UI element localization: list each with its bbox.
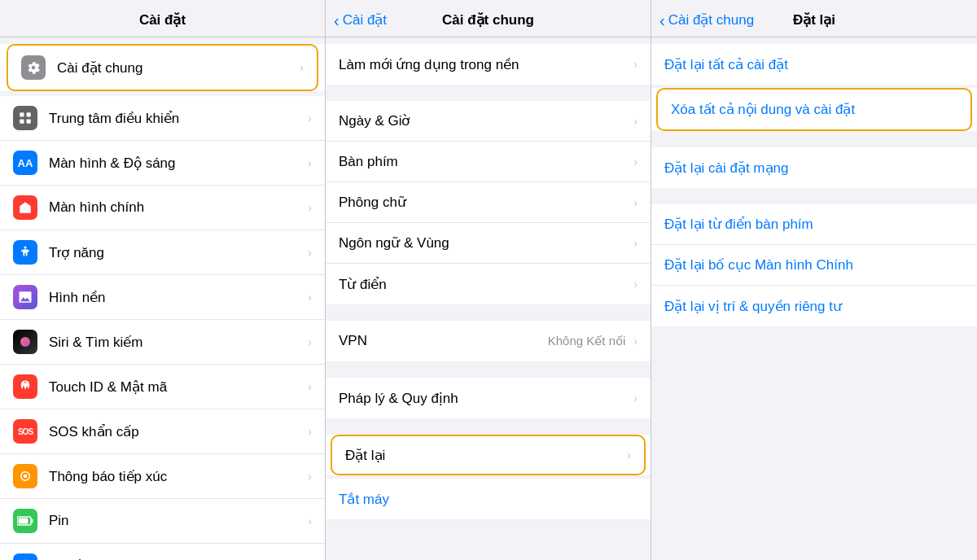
- tu-dien-label: Từ điển: [339, 276, 630, 293]
- notification-label: Thông báo tiếp xúc: [49, 468, 304, 485]
- svg-point-8: [24, 475, 28, 479]
- sidebar-item-privacy[interactable]: Quyền riêng tư ›: [0, 544, 325, 560]
- svg-point-4: [24, 247, 27, 249]
- phong-chu-item[interactable]: Phông chữ ›: [326, 182, 651, 223]
- ngon-ngu-item[interactable]: Ngôn ngữ & Vùng ›: [326, 223, 651, 264]
- wallpaper-icon: [13, 285, 37, 309]
- xoa-tat-ca-label: Xóa tất cả nội dung và cài đặt: [671, 101, 957, 118]
- touchid-chevron: ›: [308, 380, 312, 393]
- svg-point-6: [20, 337, 30, 347]
- tat-may-label: Tắt máy: [339, 491, 637, 508]
- right-back-button[interactable]: ‹ Cài đặt chung: [659, 11, 754, 28]
- battery-icon: [13, 509, 37, 533]
- back-chevron-icon: ‹: [334, 12, 340, 28]
- notification-chevron: ›: [308, 470, 312, 483]
- vpn-label: VPN: [339, 333, 548, 349]
- home-icon: [13, 195, 37, 220]
- xoa-tat-ca-item[interactable]: Xóa tất cả nội dung và cài đặt: [656, 88, 972, 131]
- right-group2: Xóa tất cả nội dung và cài đặt: [651, 88, 977, 131]
- battery-chevron: ›: [308, 514, 312, 527]
- phong-chu-chevron: ›: [633, 196, 637, 209]
- middle-back-button[interactable]: ‹ Cài đặt: [334, 11, 387, 28]
- right-back-label: Cài đặt chung: [668, 11, 754, 28]
- general-item-wrapper: Cài đặt chung ›: [0, 44, 325, 91]
- lam-moi-chevron: ›: [633, 58, 637, 71]
- notification-icon: [13, 464, 37, 488]
- right-panel-header: ‹ Cài đặt chung Đặt lại: [651, 0, 977, 37]
- touchid-label: Touch ID & Mật mã: [49, 378, 304, 396]
- dat-lai-vi-tri-item[interactable]: Đặt lại vị trí & quyền riêng tư: [651, 286, 977, 326]
- right-group1: Đặt lại tất cả cài đặt: [651, 44, 977, 85]
- sidebar-item-sos[interactable]: SOS SOS khẩn cấp ›: [0, 409, 325, 454]
- sidebar-item-touchid[interactable]: Touch ID & Mật mã ›: [0, 365, 325, 409]
- left-panel: Cài đặt Cài đặt chung ›: [0, 0, 326, 560]
- phap-ly-chevron: ›: [633, 392, 637, 405]
- middle-panel-header: ‹ Cài đặt Cài đặt chung: [326, 0, 651, 37]
- sidebar-item-control[interactable]: Trung tâm điều khiển ›: [0, 96, 325, 141]
- middle-back-label: Cài đặt: [343, 11, 387, 28]
- gear-icon: [21, 55, 46, 80]
- middle-group2: Ngày & Giờ › Bàn phím › Phông chữ › Ngôn…: [326, 101, 651, 304]
- phap-ly-item[interactable]: Pháp lý & Quy định ›: [326, 378, 651, 418]
- svg-rect-0: [20, 112, 24, 116]
- middle-vpn-group: VPN Không Kết nối ›: [326, 321, 651, 361]
- lam-moi-item[interactable]: Làm mới ứng dụng trong nền ›: [326, 44, 651, 85]
- sos-icon: SOS: [13, 419, 37, 444]
- vpn-item[interactable]: VPN Không Kết nối ›: [326, 321, 651, 361]
- display-chevron: ›: [308, 156, 312, 169]
- right-group3: Đặt lại cài đặt mạng: [651, 147, 977, 188]
- svg-rect-1: [27, 112, 31, 116]
- control-label: Trung tâm điều khiển: [49, 110, 304, 127]
- sidebar-item-wallpaper[interactable]: Hình nền ›: [0, 275, 325, 320]
- ngay-gio-item[interactable]: Ngày & Giờ ›: [326, 101, 651, 142]
- ban-phim-label: Bàn phím: [339, 154, 630, 170]
- ngay-gio-chevron: ›: [633, 115, 637, 128]
- display-icon: AA: [13, 151, 37, 175]
- sos-chevron: ›: [308, 425, 312, 438]
- ban-phim-chevron: ›: [633, 155, 637, 168]
- general-chevron: ›: [300, 61, 304, 74]
- tu-dien-item[interactable]: Từ điển ›: [326, 264, 651, 304]
- dat-lai-item[interactable]: Đặt lại ›: [331, 435, 646, 475]
- sidebar-item-battery[interactable]: Pin ›: [0, 499, 325, 544]
- sidebar-item-home[interactable]: Màn hình chính ›: [0, 186, 325, 230]
- middle-phap-ly-group: Pháp lý & Quy định ›: [326, 378, 651, 418]
- ban-phim-item[interactable]: Bàn phím ›: [326, 142, 651, 182]
- dat-lai-bo-cuc-item[interactable]: Đặt lại bố cục Màn hình Chính: [651, 245, 977, 286]
- siri-chevron: ›: [308, 335, 312, 348]
- middle-group1: Làm mới ứng dụng trong nền ›: [326, 44, 651, 85]
- dat-lai-bo-cuc-label: Đặt lại bố cục Màn hình Chính: [664, 256, 964, 273]
- dat-lai-chevron: ›: [627, 448, 631, 462]
- sidebar-item-display[interactable]: AA Màn hình & Độ sáng ›: [0, 141, 325, 186]
- dat-lai-tat-ca-label: Đặt lại tất cả cài đặt: [664, 56, 964, 73]
- ngon-ngu-label: Ngôn ngữ & Vùng: [339, 234, 630, 252]
- control-chevron: ›: [308, 112, 312, 125]
- svg-rect-3: [27, 120, 31, 124]
- left-panel-title: Cài đặt: [139, 11, 186, 28]
- dat-lai-tat-ca-item[interactable]: Đặt lại tất cả cài đặt: [651, 44, 977, 85]
- phap-ly-label: Pháp lý & Quy định: [339, 390, 630, 407]
- wallpaper-label: Hình nền: [49, 289, 304, 306]
- dat-lai-tu-dien-item[interactable]: Đặt lại từ điển bàn phím: [651, 204, 977, 245]
- control-icon: [13, 106, 37, 130]
- sos-label: SOS khẩn cấp: [49, 423, 304, 440]
- dat-lai-label: Đặt lại: [345, 447, 624, 464]
- phong-chu-label: Phông chữ: [339, 194, 630, 211]
- wallpaper-chevron: ›: [308, 291, 312, 304]
- sidebar-item-general[interactable]: Cài đặt chung ›: [7, 44, 318, 91]
- lam-moi-label: Làm mới ứng dụng trong nền: [339, 56, 630, 73]
- accessibility-icon: [13, 240, 37, 265]
- middle-tat-may-group: Tắt máy: [326, 479, 651, 519]
- tat-may-item[interactable]: Tắt máy: [326, 479, 651, 519]
- display-label: Màn hình & Độ sáng: [49, 155, 304, 172]
- siri-icon: [13, 330, 37, 354]
- dat-lai-mang-item[interactable]: Đặt lại cài đặt mạng: [651, 147, 977, 188]
- left-panel-list: Cài đặt chung › Trung tâm điều khiển › A…: [0, 37, 325, 560]
- tu-dien-chevron: ›: [633, 278, 637, 291]
- svg-rect-11: [19, 518, 28, 524]
- left-panel-header: Cài đặt: [0, 0, 325, 37]
- middle-panel-title: Cài đặt chung: [442, 11, 534, 28]
- sidebar-item-accessibility[interactable]: Trợ năng ›: [0, 230, 325, 275]
- sidebar-item-notification[interactable]: Thông báo tiếp xúc ›: [0, 454, 325, 499]
- sidebar-item-siri[interactable]: Siri & Tìm kiếm ›: [0, 320, 325, 365]
